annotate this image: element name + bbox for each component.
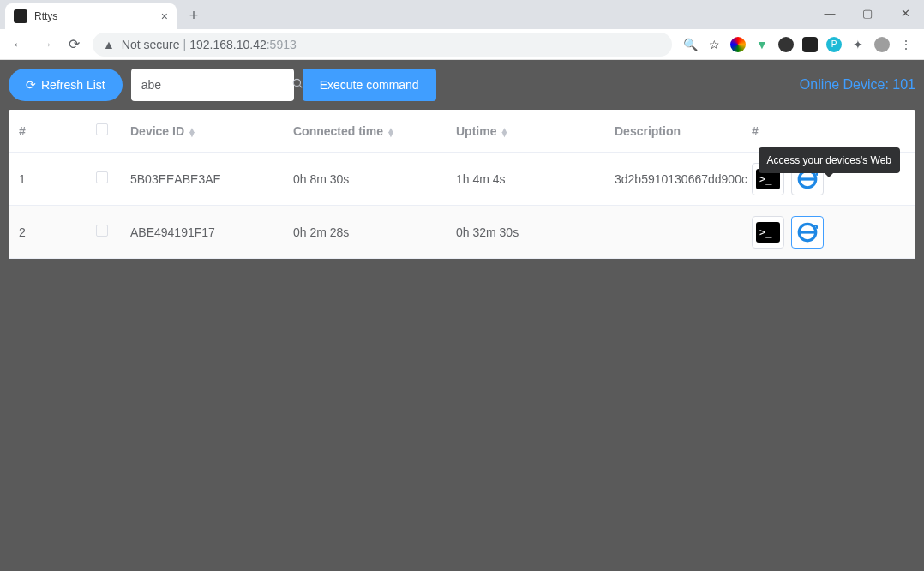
extensions-menu-icon[interactable]: ✦ (850, 37, 866, 52)
security-label: Not secure (122, 38, 180, 51)
sort-icon (387, 128, 395, 136)
reload-button[interactable]: ⟳ (60, 31, 87, 58)
sort-icon (188, 128, 196, 136)
cell-connected: 0h 2m 28s (293, 225, 456, 239)
extension-icon-5[interactable]: P (826, 37, 842, 52)
cell-checkbox (96, 171, 130, 186)
not-secure-icon: ▲ (103, 38, 115, 51)
row-checkbox[interactable] (96, 171, 108, 183)
browser-menu-icon[interactable]: ⋮ (898, 37, 914, 52)
select-all-checkbox[interactable] (96, 123, 108, 135)
cell-index: 2 (19, 225, 96, 239)
search-wrapper (131, 69, 294, 101)
refresh-label: Refresh List (41, 78, 105, 92)
terminal-button[interactable]: >_ (752, 216, 784, 249)
forward-button[interactable]: → (33, 31, 60, 58)
cell-uptime: 0h 32m 30s (456, 225, 615, 239)
browser-actions: 🔍 ☆ ▼ P ✦ ⋮ (677, 37, 919, 52)
maximize-button[interactable]: ▢ (849, 0, 886, 26)
cell-description: 3d2b5910130667dd900c (615, 172, 752, 186)
bookmark-icon[interactable]: ☆ (706, 37, 722, 52)
page-toolbar: ⟳ Refresh List Execute command Online De… (9, 69, 915, 101)
address-input[interactable]: ▲ Not secure | 192.168.10.42:5913 (93, 33, 672, 57)
extension-icon-2[interactable]: ▼ (754, 37, 770, 52)
url-port: :5913 (267, 38, 297, 51)
cell-actions: >_ (752, 216, 905, 249)
header-device-id[interactable]: Device ID (130, 124, 293, 138)
zoom-icon[interactable]: 🔍 (682, 37, 698, 52)
browser-addressbar: ← → ⟳ ▲ Not secure | 192.168.10.42:5913 … (0, 29, 924, 60)
search-icon[interactable] (291, 77, 303, 93)
refresh-icon: ⟳ (26, 78, 36, 92)
header-checkbox (96, 123, 130, 138)
online-label: Online Device: (800, 77, 893, 92)
exec-label: Execute command (320, 78, 419, 92)
extension-icon-4[interactable] (802, 37, 818, 52)
web-access-tooltip: Access your devices's Web (759, 147, 900, 173)
header-uptime[interactable]: Uptime (456, 124, 615, 138)
extension-icon-3[interactable] (778, 37, 794, 52)
cell-connected: 0h 8m 30s (293, 172, 456, 186)
tab-title: Rttys (34, 10, 161, 22)
url-host: 192.168.10.42 (189, 38, 267, 51)
page-content: ⟳ Refresh List Execute command Online De… (0, 60, 924, 267)
row-checkbox[interactable] (96, 225, 108, 237)
execute-command-button[interactable]: Execute command (303, 69, 436, 101)
sort-icon (500, 128, 508, 136)
cell-device-id: 5B03EEABE3AE (130, 172, 293, 186)
header-connected[interactable]: Connected time (293, 124, 456, 138)
header-actions: # (752, 124, 905, 138)
tab-favicon (14, 9, 27, 23)
cell-uptime: 1h 4m 4s (456, 172, 615, 186)
svg-line-1 (299, 86, 302, 88)
table-row: 1 5B03EEABE3AE 0h 8m 30s 1h 4m 4s 3d2b59… (9, 153, 915, 206)
url-separator: | (183, 38, 187, 51)
svg-point-0 (293, 79, 300, 86)
table-header: # Device ID Connected time Uptime Descri… (9, 110, 915, 153)
web-access-button[interactable] (791, 216, 824, 249)
device-table: # Device ID Connected time Uptime Descri… (9, 110, 915, 259)
table-row: 2 ABE494191F17 0h 2m 28s 0h 32m 30s >_ (9, 206, 915, 259)
online-device-count: Online Device: 101 (800, 77, 915, 93)
header-description: Description (615, 124, 752, 138)
internet-explorer-icon (796, 221, 819, 243)
close-tab-icon[interactable]: × (161, 9, 168, 23)
back-button[interactable]: ← (5, 31, 33, 58)
cell-index: 1 (19, 172, 96, 186)
terminal-icon: >_ (756, 222, 780, 243)
online-value: 101 (892, 77, 915, 92)
search-input[interactable] (141, 78, 291, 92)
cell-checkbox (96, 225, 130, 239)
extension-icon-1[interactable] (730, 37, 746, 52)
profile-avatar[interactable] (874, 37, 890, 52)
refresh-list-button[interactable]: ⟳ Refresh List (9, 69, 123, 101)
browser-tab[interactable]: Rttys × (5, 3, 177, 29)
window-controls: — ▢ ✕ (811, 0, 924, 26)
browser-titlebar: Rttys × + — ▢ ✕ (0, 0, 924, 29)
close-window-button[interactable]: ✕ (886, 0, 924, 26)
header-index: # (19, 124, 96, 138)
new-tab-button[interactable]: + (182, 3, 206, 27)
cell-device-id: ABE494191F17 (130, 225, 293, 239)
minimize-button[interactable]: — (811, 0, 849, 26)
